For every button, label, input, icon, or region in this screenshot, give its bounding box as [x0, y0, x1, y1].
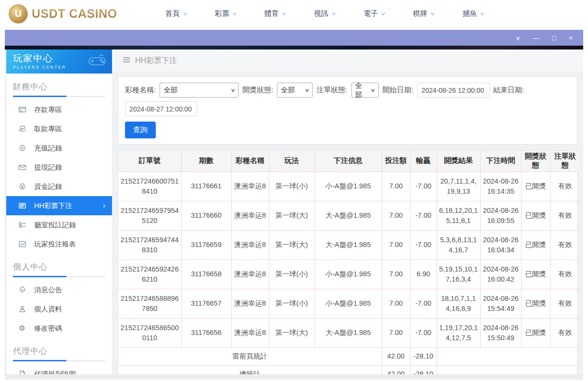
- lottery-name-select[interactable]: 全部∨: [160, 83, 238, 98]
- sidebar-item-funds-record[interactable]: 資金記錄: [6, 177, 112, 196]
- cell-order-status: 有效: [550, 201, 580, 230]
- cell-period: 31176656: [181, 318, 231, 347]
- table-row[interactable]: 2152172465947448310 31176659 澳洲幸运8 第一球(大…: [118, 230, 580, 259]
- start-date-input[interactable]: [417, 83, 489, 98]
- sidebar-item-label: 取款專區: [34, 124, 62, 134]
- cell-play: 第一球(大): [269, 230, 314, 259]
- query-button[interactable]: 查詢: [125, 122, 156, 138]
- sidebar-item-profile[interactable]: 個人資料: [6, 299, 112, 319]
- envelope-money-icon: [18, 163, 26, 171]
- window-close-icon[interactable]: ×: [569, 35, 573, 41]
- site-logo[interactable]: U USDT CASINO: [9, 4, 117, 24]
- window-titlebar[interactable]: ∨ — □ ×: [5, 30, 583, 46]
- end-date-input[interactable]: [125, 101, 197, 116]
- sidebar-item-label: 個人資料: [34, 305, 62, 314]
- hamburger-menu-icon[interactable]: [123, 56, 130, 65]
- cell-play: 第一球(大): [269, 318, 314, 347]
- order-status-select[interactable]: 全部∨: [351, 83, 379, 98]
- chevron-down-icon: ∨: [479, 11, 485, 17]
- sidebar-item-hall-bet-record[interactable]: 廳室投註記錄: [6, 215, 112, 235]
- site-topnav: U USDT CASINO 首頁∨ 彩票∨ 體育∨ 視訊∨ 電子∨ 棋牌∨ 捕魚…: [0, 0, 588, 28]
- cell-bet-time: 2024-08-26 15:54:49: [480, 289, 521, 318]
- cell-draw-result: 20,7,11,1,4,19,9,13: [437, 172, 480, 201]
- cell-bet-info: 大-A盤@1.985: [314, 201, 382, 230]
- cell-order-status: 有效: [550, 172, 580, 201]
- nav-item-sports[interactable]: 體育∨: [264, 9, 286, 18]
- table-row[interactable]: 2152172465924266210 31176658 澳洲幸运8 第一球(小…: [118, 259, 580, 289]
- gamepad-icon: [87, 53, 107, 71]
- table-row[interactable]: 2152172466007518410 31176661 澳洲幸运8 第一球(小…: [118, 172, 580, 201]
- cell-bet-time: 2024-08-26 15:50:49: [480, 318, 521, 347]
- cell-lottery-name: 澳洲幸运8: [231, 172, 269, 201]
- sidebar-item-agent-rules[interactable]: 代理規則說明: [6, 364, 112, 374]
- nav-item-fishing[interactable]: 捕魚∨: [463, 9, 484, 18]
- table-row[interactable]: 2152172465865000110 31176656 澳洲幸运8 第一球(大…: [118, 318, 580, 347]
- cell-order-no: 2152172465924266210: [118, 259, 181, 289]
- breadcrumb: HH彩票下注: [112, 49, 583, 72]
- cell-win-loss: -7.00: [410, 318, 437, 347]
- table-header: 訂單號 期數 彩種名稱 玩法 下注信息 投注額 輸贏 開獎結果 下注時間 開獎狀…: [118, 150, 580, 172]
- sidebar-item-label: 資金記錄: [34, 182, 62, 191]
- window-collapse-icon[interactable]: ∨: [515, 35, 520, 41]
- sidebar-item-player-report[interactable]: 玩家投注報表: [6, 235, 112, 254]
- page-stats-win-loss: -28.10: [410, 347, 437, 365]
- cell-bet-time: 2024-08-26 16:00:42: [480, 259, 521, 289]
- end-date-label: 結束日期:: [493, 86, 524, 95]
- nav-item-video[interactable]: 視訊∨: [314, 9, 336, 18]
- cell-order-no: 2152172465947448310: [118, 230, 181, 259]
- cell-order-no: 2152172466007518410: [118, 172, 181, 201]
- select-value: 全部: [355, 81, 368, 99]
- chevron-down-icon: ∨: [380, 11, 386, 17]
- sidebar-item-hh-lottery-bet[interactable]: HH彩票下注 ›: [6, 196, 112, 215]
- sidebar-item-label: HH彩票下注: [34, 201, 72, 210]
- sidebar-item-recharge-record[interactable]: 充值記錄: [6, 138, 112, 158]
- nav-label: 首頁: [165, 9, 180, 18]
- chevron-down-icon: ∨: [370, 87, 375, 93]
- cell-bet-info: 小-A盤@1.985: [314, 259, 382, 289]
- sidebar-item-label: 廳室投註記錄: [34, 221, 76, 230]
- page-stats-bet-amount: 42.00: [382, 347, 410, 365]
- page-bottom-strip: [0, 380, 588, 383]
- page-stats-row: 當前頁統計 42.00 -28.10: [118, 347, 580, 365]
- sidebar-item-change-password[interactable]: ⚙ 修改密碼: [6, 319, 112, 338]
- sidebar: 玩家中心 PLAYERS CENTER 財務中心 存款專區 取款專區 充值記: [6, 49, 112, 374]
- cell-draw-status: 已開獎: [521, 172, 550, 201]
- window-maximize-icon[interactable]: □: [552, 35, 556, 41]
- nav-item-lottery[interactable]: 彩票∨: [215, 9, 237, 18]
- col-bet-time: 下注時間: [480, 150, 521, 172]
- filter-panel: 彩種名稱: 全部∨ 開獎狀態: 全部∨ 注單狀態: 全部∨ 開始日期: 結束日期…: [118, 76, 577, 145]
- nav-label: 彩票: [215, 9, 229, 18]
- nav-item-slots[interactable]: 電子∨: [363, 9, 385, 18]
- window-minimize-icon[interactable]: —: [533, 35, 539, 41]
- sidebar-item-label: 消息公告: [34, 285, 62, 295]
- sidebar-item-notices[interactable]: 消息公告: [6, 280, 112, 299]
- cell-lottery-name: 澳洲幸运8: [231, 230, 269, 259]
- cell-draw-status: 已開獎: [521, 318, 550, 347]
- chevron-down-icon: ∨: [331, 11, 336, 17]
- page-title: HH彩票下注: [135, 56, 177, 66]
- bets-table-panel: 訂單號 期數 彩種名稱 玩法 下注信息 投注額 輸贏 開獎結果 下注時間 開獎狀…: [118, 150, 577, 374]
- cell-period: 31176658: [181, 259, 231, 289]
- table-row[interactable]: 2152172465888967850 31176657 澳洲幸运8 第一球(小…: [118, 289, 580, 318]
- cell-period: 31176660: [181, 201, 231, 230]
- cell-lottery-name: 澳洲幸运8: [231, 289, 269, 318]
- cell-order-no: 2152172465888967850: [118, 289, 181, 318]
- col-order-status: 注單狀態: [550, 150, 580, 172]
- draw-status-select[interactable]: 全部∨: [277, 83, 313, 98]
- cell-bet-time: 2024-08-26 16:09:55: [480, 201, 521, 230]
- cell-bet-amount: 7.00: [382, 201, 410, 230]
- nav-item-cards[interactable]: 棋牌∨: [413, 9, 435, 18]
- cell-draw-status: 已開獎: [521, 259, 550, 289]
- cell-win-loss: -7.00: [410, 172, 437, 201]
- table-row[interactable]: 2152172465979545120 31176660 澳洲幸运8 第一球(大…: [118, 201, 580, 230]
- sidebar-item-withdraw[interactable]: 取款專區: [6, 119, 112, 138]
- sidebar-item-deposit[interactable]: 存款專區: [6, 100, 112, 119]
- cell-lottery-name: 澳洲幸运8: [231, 259, 269, 289]
- gear-icon: ⚙: [18, 324, 26, 333]
- sidebar-item-withdrawal-record[interactable]: 提現記錄: [6, 158, 112, 177]
- col-play: 玩法: [269, 150, 314, 172]
- nav-item-home[interactable]: 首頁∨: [165, 9, 187, 18]
- sidebar-item-label: 存款專區: [34, 105, 62, 114]
- cell-period: 31176661: [181, 172, 231, 201]
- lottery-name-label: 彩種名稱:: [125, 86, 156, 95]
